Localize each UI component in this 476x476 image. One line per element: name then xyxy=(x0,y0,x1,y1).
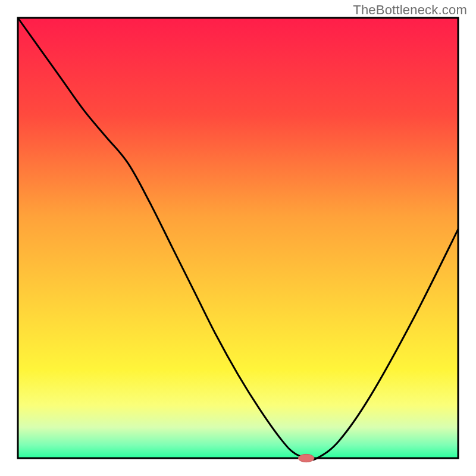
bottleneck-chart xyxy=(0,0,476,476)
optimum-marker xyxy=(298,454,314,462)
chart-gradient-bg xyxy=(18,18,458,458)
